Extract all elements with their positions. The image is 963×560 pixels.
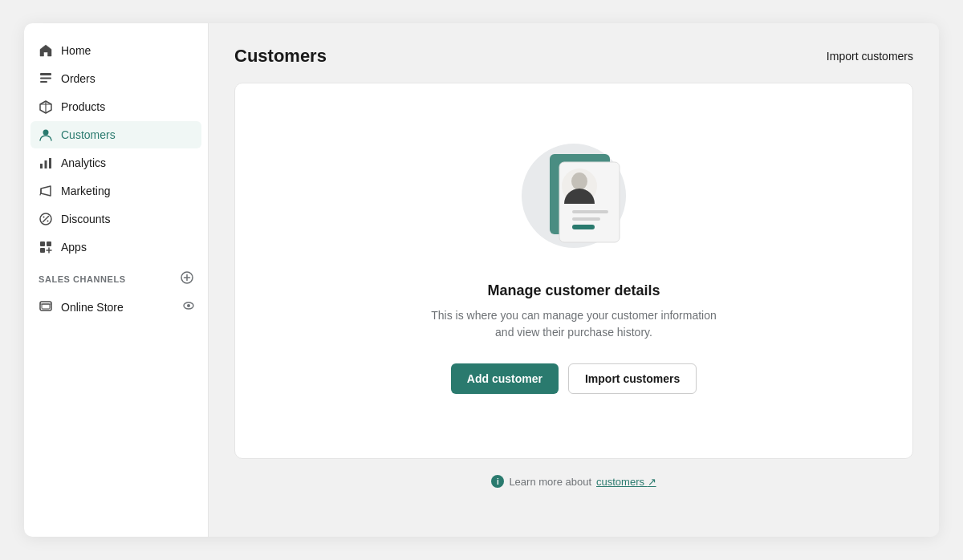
sidebar-item-apps-label: Apps [61, 241, 87, 254]
svg-rect-0 [40, 73, 51, 75]
sidebar-nav: Home Orders [24, 37, 208, 261]
sidebar-item-orders[interactable]: Orders [30, 65, 201, 92]
sidebar-item-analytics-label: Analytics [61, 156, 106, 169]
orders-icon [39, 71, 53, 86]
eye-icon[interactable] [176, 293, 201, 322]
sales-channels-section: SALES CHANNELS [24, 262, 208, 291]
svg-rect-30 [572, 210, 608, 213]
svg-rect-21 [42, 304, 50, 309]
page-header: Customers Import customers [234, 46, 913, 67]
svg-point-6 [43, 130, 49, 136]
sidebar-item-customers-label: Customers [61, 128, 116, 141]
customers-learn-more-link[interactable]: customers ↗ [596, 476, 656, 488]
sidebar-item-marketing-label: Marketing [61, 185, 110, 197]
svg-rect-1 [40, 78, 51, 79]
import-customers-header-link[interactable]: Import customers [827, 50, 913, 63]
sidebar-item-products-label: Products [61, 100, 105, 113]
svg-point-13 [47, 221, 49, 222]
online-store-item: Online Store [30, 292, 201, 322]
action-buttons: Add customer Import customers [451, 363, 697, 394]
info-icon: i [491, 475, 504, 488]
main-content: Customers Import customers [209, 23, 939, 537]
online-store-label: Online Store [61, 301, 124, 314]
empty-state-card: Manage customer details This is where yo… [234, 83, 913, 459]
empty-state-description: This is where you can manage your custom… [429, 307, 718, 341]
svg-rect-31 [572, 217, 600, 221]
sidebar-item-analytics[interactable]: Analytics [30, 149, 201, 177]
svg-rect-7 [40, 164, 43, 168]
online-store-link[interactable]: Online Store [30, 292, 176, 322]
analytics-icon [39, 156, 53, 170]
svg-rect-14 [40, 241, 45, 246]
sidebar-item-discounts-label: Discounts [61, 213, 110, 225]
home-icon [39, 43, 53, 58]
sidebar-item-products[interactable]: Products [30, 93, 201, 120]
svg-rect-32 [572, 225, 595, 229]
sidebar-item-apps[interactable]: Apps [30, 233, 201, 261]
sidebar-item-discounts[interactable]: Discounts [30, 205, 201, 233]
sidebar: Home Orders [24, 23, 209, 537]
sidebar-item-customers[interactable]: Customers [30, 121, 201, 148]
import-customers-button[interactable]: Import customers [568, 363, 697, 394]
online-store-icon [39, 298, 53, 315]
sidebar-item-orders-label: Orders [61, 72, 95, 85]
discounts-icon [39, 212, 53, 226]
page-title: Customers [234, 46, 327, 67]
learn-more-text: Learn more about [509, 476, 591, 488]
sidebar-item-marketing[interactable]: Marketing [30, 177, 201, 205]
empty-state-title: Manage customer details [487, 282, 660, 299]
svg-point-29 [571, 172, 587, 190]
add-sales-channel-button[interactable] [181, 271, 193, 286]
apps-icon [39, 240, 53, 254]
products-icon [39, 99, 53, 114]
customers-icon [39, 128, 53, 142]
page-footer: i Learn more about customers ↗ [234, 475, 913, 488]
customer-illustration [502, 132, 646, 260]
svg-rect-8 [45, 160, 47, 168]
sales-channels-label: SALES CHANNELS [39, 274, 126, 284]
svg-rect-15 [47, 241, 51, 246]
svg-rect-16 [40, 248, 45, 253]
add-customer-button[interactable]: Add customer [451, 363, 559, 394]
sidebar-item-home-label: Home [61, 44, 91, 57]
app-wrapper: Home Orders [24, 23, 939, 537]
svg-rect-9 [49, 158, 51, 168]
svg-point-12 [43, 217, 45, 218]
marketing-icon [39, 184, 53, 198]
svg-point-24 [187, 304, 190, 307]
svg-rect-2 [40, 81, 47, 83]
sidebar-item-home[interactable]: Home [30, 37, 201, 64]
